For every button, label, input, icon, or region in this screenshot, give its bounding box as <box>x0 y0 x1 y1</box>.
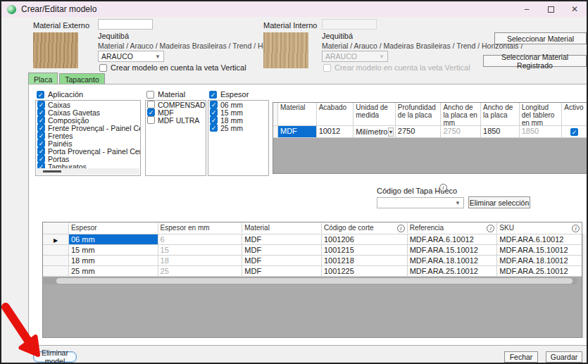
item-checkbox[interactable] <box>37 132 45 139</box>
info-icon[interactable] <box>572 225 580 232</box>
item-checkbox[interactable] <box>210 101 218 108</box>
cell-ancho-mm: 2750 <box>441 126 481 137</box>
app-icon <box>7 5 16 14</box>
material-toggle-row[interactable]: Material <box>146 90 185 99</box>
eliminar-seleccion-button[interactable]: Eliminar selección <box>468 196 530 208</box>
material-checkbox[interactable] <box>146 91 154 99</box>
maximize-icon[interactable] <box>539 1 563 17</box>
chevron-down-icon[interactable]: ▼ <box>388 127 394 137</box>
vertical-scrollbar[interactable] <box>582 234 587 338</box>
guardar-button[interactable]: Guardar <box>546 351 582 363</box>
item-checkbox[interactable] <box>210 116 218 124</box>
item-checkbox[interactable] <box>210 124 218 132</box>
item-checkbox[interactable] <box>147 101 155 108</box>
list-item[interactable]: Painéis <box>36 139 140 147</box>
item-checkbox[interactable] <box>37 155 45 163</box>
seleccionar-material-registrado-button[interactable]: Seleccionar Material Registrado <box>483 55 587 67</box>
cell-unidad-combo[interactable]: Milímetro ▼ <box>354 126 396 137</box>
seleccionar-material-button[interactable]: Seleccionar Material <box>494 32 587 44</box>
row-selector[interactable] <box>43 245 69 255</box>
cell-acabado[interactable]: 10012 <box>317 126 354 137</box>
material-interno-label: Material Interno <box>263 21 317 30</box>
material-externo-label: Material Externo <box>33 21 89 30</box>
horizontal-scrollbar[interactable] <box>44 277 577 284</box>
table-row[interactable]: 18 mm 18 MDF 1001218 MDF.ARA.18.10012 MD… <box>43 256 582 266</box>
close-icon[interactable]: ✕ <box>563 1 587 17</box>
material-interno-name: Jequitibá <box>322 32 353 40</box>
material-externo-code-input[interactable] <box>98 19 153 30</box>
list-item[interactable]: 18 mm <box>208 116 268 124</box>
info-icon[interactable] <box>397 225 405 232</box>
material-interno-swatch[interactable] <box>263 32 308 68</box>
cell-material[interactable]: MDF <box>278 126 317 137</box>
placa-grid-row[interactable]: MDF 10012 Milímetro ▼ 2750 2750 1850 185… <box>273 126 587 138</box>
list-item[interactable]: MDF ULTRA <box>146 116 206 124</box>
chevron-down-icon: ▼ <box>455 200 461 206</box>
list-item[interactable]: Portas <box>36 155 140 163</box>
titlebar: Crear/Editar modelo – ✕ <box>1 1 587 17</box>
material-listbox: COMPENSADO MDF MDF ULTRA <box>145 100 206 176</box>
row-selector[interactable] <box>43 266 69 276</box>
list-item[interactable]: Frente Provençal - Painel Central/Trasei… <box>36 124 140 132</box>
tab-placa[interactable]: Placa <box>28 73 58 84</box>
dialog-crear-editar-modelo: Crear/Editar modelo – ✕ Material Externo… <box>0 0 588 364</box>
veta-vertical-interno-checkbox <box>323 64 331 72</box>
item-checkbox[interactable] <box>37 101 45 108</box>
item-checkbox[interactable] <box>210 108 218 116</box>
list-item[interactable]: Porta Provençal - Painel Central/Traseir… <box>36 147 140 155</box>
row-selector[interactable] <box>43 256 69 265</box>
espesor-toggle-row[interactable]: Espesor <box>209 90 249 99</box>
info-icon[interactable] <box>487 225 494 232</box>
minimize-icon[interactable]: – <box>515 1 539 17</box>
fechar-button[interactable]: Fechar <box>504 351 538 363</box>
item-checkbox[interactable] <box>147 108 155 116</box>
material-externo-name: Jequitibá <box>98 32 129 40</box>
aplicacion-toggle-row[interactable]: Aplicación <box>37 90 83 99</box>
veta-vertical-interno-row: Crear modelo en cuenta la veta Vertical <box>323 63 470 72</box>
window-title: Crear/Editar modelo <box>21 4 96 14</box>
tapa-hueco-dropdown[interactable]: ▼ <box>377 197 464 208</box>
espesor-listbox: 06 mm 15 mm 18 mm 25 mm <box>208 100 269 176</box>
item-checkbox[interactable] <box>37 147 45 155</box>
list-item[interactable]: COMPENSADO <box>146 101 206 108</box>
list-item[interactable]: Frentes <box>36 132 140 139</box>
cell-profundidad[interactable]: 2750 <box>396 126 442 137</box>
tab-strip: Placa Tapacanto <box>28 73 105 84</box>
list-item[interactable]: 25 mm <box>208 124 268 132</box>
table-row[interactable]: ▶ 06 mm 6 MDF 1001206 MDF.ARA.6.10012 MD… <box>43 234 582 245</box>
info-icon[interactable] <box>439 184 447 192</box>
cell-activo[interactable] <box>562 126 587 137</box>
list-item[interactable]: 06 mm <box>208 101 268 108</box>
aplicacion-checkbox[interactable] <box>37 91 44 99</box>
material-interno-brand-dropdown: ARAUCO ▼ <box>322 51 388 62</box>
horizontal-scrollbar[interactable] <box>37 168 139 175</box>
item-checkbox[interactable] <box>37 139 45 147</box>
item-checkbox[interactable] <box>147 116 155 124</box>
list-item[interactable]: MDF <box>146 108 206 116</box>
material-interno-hierarchy: Material / Arauco / Madeiras Brasileiras… <box>322 42 523 50</box>
row-selector[interactable]: ▶ <box>43 234 69 244</box>
aplicacion-listbox: Caixas Caixas Gavetas Composição Frente … <box>35 100 141 176</box>
material-externo-swatch[interactable] <box>33 32 78 68</box>
placa-grid-header: Material Acabado Unidad de medida Profun… <box>273 103 587 126</box>
current-row-arrow-icon: ▶ <box>54 237 58 244</box>
veta-vertical-externo-row[interactable]: Crear modelo en cuenta la veta Vertical <box>99 63 246 72</box>
chevron-down-icon: ▼ <box>379 54 384 60</box>
espesores-grid: Espesor Espesor en mm Material Código de… <box>42 222 582 338</box>
veta-vertical-externo-checkbox[interactable] <box>99 64 107 72</box>
item-checkbox[interactable] <box>37 108 45 116</box>
list-item[interactable]: 15 mm <box>208 108 268 116</box>
list-item[interactable]: Caixas <box>36 101 140 108</box>
table-row[interactable]: 25 mm 25 MDF 1001225 MDF.ARA.25.10012 MD… <box>43 266 582 277</box>
item-checkbox[interactable] <box>37 124 45 132</box>
tab-tapacanto[interactable]: Tapacanto <box>59 73 104 84</box>
item-checkbox[interactable] <box>37 116 45 124</box>
eliminar-model-button[interactable]: Eliminar model <box>33 351 77 363</box>
cell-ancho[interactable]: 1850 <box>481 126 520 137</box>
espesor-checkbox[interactable] <box>209 91 217 99</box>
activo-checkbox[interactable] <box>570 128 578 136</box>
list-item[interactable]: Composição <box>36 116 140 124</box>
material-externo-brand-dropdown[interactable]: ARAUCO ▼ <box>98 51 164 62</box>
list-item[interactable]: Caixas Gavetas <box>36 108 140 116</box>
table-row[interactable]: 15 mm 15 MDF 1001215 MDF.ARA.15.10012 MD… <box>43 245 582 256</box>
